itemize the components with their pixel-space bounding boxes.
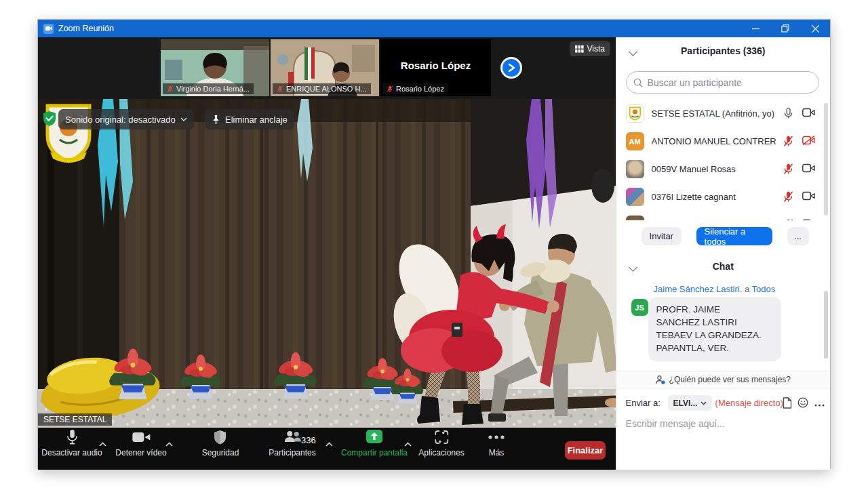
pushpin-icon — [212, 115, 220, 125]
shield-icon — [202, 428, 239, 447]
mic-muted-icon[interactable] — [783, 163, 793, 178]
window-title: Zoom Reunión — [58, 24, 114, 33]
chevron-down-icon — [180, 117, 187, 121]
chat-sender: Jaime Sánchez Lastiri. — [654, 284, 743, 294]
end-meeting-button[interactable]: Finalizar — [565, 441, 606, 460]
camera-on-icon[interactable] — [802, 219, 815, 220]
original-sound-dropdown[interactable]: Sonido original: desactivado — [58, 109, 194, 129]
chat-message-meta: Jaime Sánchez Lastiri. a Todos — [654, 284, 776, 294]
more-dots-icon — [488, 428, 505, 447]
titlebar: Zoom Reunión — [38, 20, 830, 37]
remove-pin-button[interactable]: Eliminar anclaje — [205, 109, 294, 129]
participant-list: SETSE ESTATAL (Anfitrión, yo) AM ANTONIO… — [616, 100, 830, 220]
more-button[interactable]: Más — [488, 428, 505, 458]
mute-all-button[interactable]: Silenciar a todos — [696, 227, 772, 245]
apps-icon — [418, 428, 464, 447]
zoom-app-icon — [43, 24, 54, 34]
video-filmstrip: Virginio Doria Herná... — [38, 37, 616, 99]
chat-avatar: JS — [631, 299, 648, 316]
video-area: Virginio Doria Herná... — [38, 37, 616, 470]
microphone-icon — [41, 428, 102, 447]
next-page-button[interactable] — [500, 57, 522, 79]
share-options-caret[interactable] — [404, 437, 412, 449]
participants-options-caret[interactable] — [326, 437, 333, 449]
mute-audio-button[interactable]: Desactivar audio — [41, 428, 102, 458]
participants-count: 336 — [301, 435, 316, 445]
participant-row-lizette[interactable]: 0376I Lizette cagnant — [616, 183, 830, 211]
emoji-icon[interactable] — [797, 397, 808, 411]
search-input[interactable] — [648, 77, 812, 88]
chat-privacy-note[interactable]: ¿Quién puede ver sus mensajes? — [616, 371, 830, 388]
avatar — [626, 104, 644, 123]
participants-panel-title: Participantes (336) — [616, 45, 830, 56]
stage-scene — [38, 99, 616, 428]
grid-view-icon — [575, 45, 584, 53]
video-thumbnail-enrique[interactable]: ENRIQUE ALONSO H... — [271, 39, 379, 96]
minimize-button[interactable] — [741, 20, 770, 37]
chat-input[interactable]: Escribir mensaje aquí... — [626, 418, 725, 429]
avatar — [626, 216, 644, 220]
meeting-toolbar: Desactivar audio Detener vídeo Seguridad — [38, 428, 616, 470]
collapse-chat-chevron[interactable] — [630, 262, 636, 272]
collapse-participants-chevron[interactable] — [630, 46, 636, 57]
video-thumbnail-virginio[interactable]: Virginio Doria Herná... — [161, 39, 269, 96]
participants-more-button[interactable]: ... — [787, 227, 809, 245]
active-speaker-name: SETSE ESTATAL — [38, 413, 112, 426]
participant-search[interactable] — [626, 71, 819, 94]
direct-message-label: (Mensaje directo) — [715, 398, 783, 408]
camera-on-icon[interactable] — [802, 163, 815, 176]
camera-on-icon[interactable] — [802, 108, 815, 120]
shield-check-icon — [42, 110, 57, 129]
mic-muted-icon[interactable] — [783, 219, 793, 220]
avatar — [626, 160, 644, 178]
mic-on-icon[interactable] — [783, 108, 793, 122]
file-icon[interactable] — [783, 397, 792, 411]
participant-row-setse[interactable]: SETSE ESTATAL (Anfitrión, yo) — [616, 100, 830, 127]
chat-message-bubble: PROFR. JAIME SANCHEZ LASTIRI TEBAEV LA G… — [648, 297, 781, 361]
participant-row-partial[interactable] — [616, 211, 830, 220]
muted-mic-icon — [387, 85, 393, 93]
main-video: Sonido original: desactivado Eliminar an… — [38, 99, 616, 428]
send-to-dropdown[interactable]: ELVI... — [668, 395, 713, 411]
camera-icon — [115, 428, 166, 447]
camera-on-icon[interactable] — [802, 191, 815, 203]
participant-display-name: Rosario López — [380, 60, 491, 71]
security-button[interactable]: Seguridad — [202, 428, 239, 458]
participant-row-manuel[interactable]: 0059V Manuel Rosas — [616, 155, 830, 183]
view-button[interactable]: Vista — [570, 41, 610, 56]
mic-muted-icon[interactable] — [783, 136, 793, 150]
restore-button[interactable] — [770, 20, 800, 37]
chat-panel-title: Chat — [616, 261, 830, 272]
apps-button[interactable]: Aplicaciones — [418, 428, 464, 458]
participant-row-antonio[interactable]: AM ANTONIO MANUEL CONTRER... — [616, 127, 830, 155]
zoom-window: Zoom Reunión — [37, 19, 831, 469]
avatar: AM — [626, 132, 644, 150]
participant-name-pill: ENRIQUE ALONSO H... — [273, 83, 371, 94]
muted-mic-icon — [277, 85, 283, 93]
side-panel: Participantes (336) SETSE ESTATAL (Anfit… — [616, 37, 830, 470]
video-options-caret[interactable] — [165, 437, 173, 449]
stop-video-button[interactable]: Detener vídeo — [115, 428, 166, 458]
video-thumbnail-rosario[interactable]: Rosario López Rosario López — [380, 39, 491, 96]
chevron-right-icon — [507, 63, 515, 73]
chevron-down-icon — [701, 401, 707, 405]
avatar — [626, 188, 644, 206]
mic-muted-icon[interactable] — [783, 191, 793, 205]
search-icon — [633, 78, 643, 87]
chat-recipient: Todos — [752, 284, 776, 294]
participants-scrollbar[interactable] — [824, 103, 828, 216]
share-screen-button[interactable]: Compartir pantalla — [341, 428, 408, 458]
invite-button[interactable]: Invitar — [642, 227, 682, 245]
chat-scrollbar[interactable] — [824, 291, 828, 359]
close-button[interactable] — [800, 20, 830, 37]
camera-off-icon[interactable] — [802, 136, 815, 148]
chat-more-icon[interactable] — [814, 397, 825, 409]
audio-options-caret[interactable] — [99, 437, 106, 449]
participant-name-pill: Rosario López — [382, 83, 448, 94]
chat-send-row: Enviar a: ELVI... (Mensaje directo) — [616, 394, 830, 412]
participant-name-pill: Virginio Doria Herná... — [163, 83, 254, 94]
person-dot-icon — [656, 375, 665, 384]
share-screen-icon — [341, 428, 408, 447]
muted-mic-icon — [167, 85, 174, 93]
